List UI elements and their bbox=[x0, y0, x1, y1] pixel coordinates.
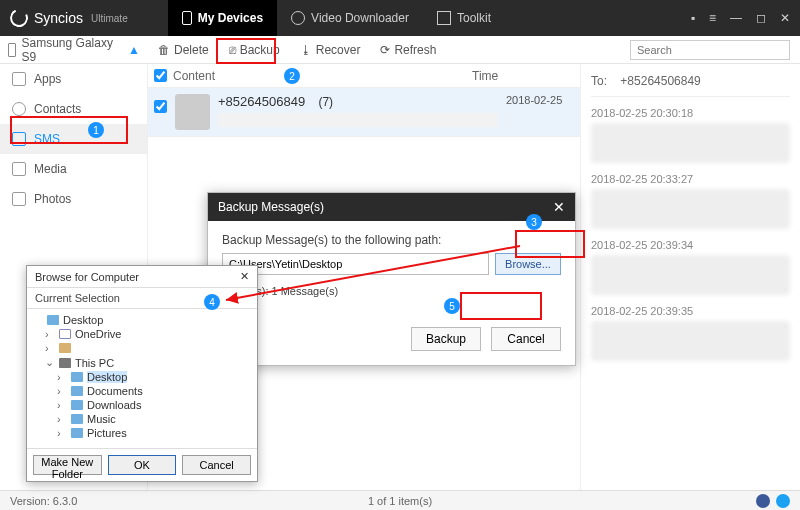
dialog-title: Backup Message(s) bbox=[218, 200, 324, 214]
make-new-folder-button[interactable]: Make New Folder bbox=[33, 455, 102, 475]
user-icon bbox=[59, 343, 71, 353]
media-icon bbox=[12, 162, 26, 176]
delete-button[interactable]: 🗑 Delete bbox=[148, 36, 219, 63]
browse-title-bar: Browse for Computer ✕ bbox=[27, 266, 257, 288]
recover-button[interactable]: ⭳ Recover bbox=[290, 36, 371, 63]
app-edition: Ultimate bbox=[91, 13, 128, 24]
chevron-up-icon: ▲ bbox=[128, 43, 140, 57]
folder-icon bbox=[71, 386, 83, 396]
tab-my-devices-label: My Devices bbox=[198, 11, 263, 25]
refresh-icon: ⟳ bbox=[380, 43, 390, 57]
tab-video-dl-label: Video Downloader bbox=[311, 11, 409, 25]
backup-path-input[interactable] bbox=[222, 253, 489, 275]
msg-time: 2018-02-25 20:30:18 bbox=[591, 107, 790, 119]
dialog-cancel-button[interactable]: Cancel bbox=[491, 327, 561, 351]
apps-icon bbox=[12, 72, 26, 86]
msg-bubble bbox=[591, 189, 790, 229]
brand: Syncios Ultimate bbox=[10, 9, 128, 27]
list-header: Content Time bbox=[148, 64, 580, 88]
col-content: Content bbox=[173, 69, 215, 83]
refresh-button[interactable]: ⟳ Refresh bbox=[370, 36, 446, 63]
maximize-icon[interactable]: ◻ bbox=[756, 11, 766, 25]
search-input[interactable] bbox=[630, 40, 790, 60]
browse-title: Browse for Computer bbox=[35, 271, 139, 283]
search-wrap bbox=[630, 40, 790, 60]
device-name: Samsung Galaxy S9 bbox=[22, 36, 123, 64]
recover-icon: ⭳ bbox=[300, 43, 312, 57]
browse-close-icon[interactable]: ✕ bbox=[240, 270, 249, 283]
avatar-icon bbox=[175, 94, 210, 130]
device-phone-icon bbox=[8, 43, 16, 57]
dialog-title-bar: Backup Message(s) ✕ bbox=[208, 193, 575, 221]
device-toolbar-row: Samsung Galaxy S9 ▲ 🗑 Delete ⎚ Backup ⭳ … bbox=[0, 36, 800, 64]
tab-my-devices[interactable]: My Devices bbox=[168, 0, 277, 36]
tree-item[interactable]: Desktop bbox=[63, 314, 103, 326]
dialog-prompt: Backup Message(s) to the following path: bbox=[222, 233, 561, 247]
sms-icon bbox=[12, 132, 26, 146]
dialog-close-icon[interactable]: ✕ bbox=[553, 199, 565, 215]
twitter-icon[interactable] bbox=[776, 494, 790, 508]
message-item: 2018-02-25 20:30:18 bbox=[591, 107, 790, 163]
select-all-checkbox[interactable] bbox=[154, 69, 167, 82]
menu-icon[interactable]: ≡ bbox=[709, 11, 716, 25]
browse-subtitle: Current Selection bbox=[27, 288, 257, 309]
row-checkbox[interactable] bbox=[154, 100, 167, 113]
tree-item[interactable]: This PC bbox=[75, 357, 114, 369]
col-time: Time bbox=[472, 69, 580, 83]
brand-logo-icon bbox=[7, 6, 30, 29]
delete-label: Delete bbox=[174, 43, 209, 57]
tree-item[interactable]: Downloads bbox=[87, 399, 141, 411]
folder-icon bbox=[71, 400, 83, 410]
msg-time: 2018-02-25 20:33:27 bbox=[591, 173, 790, 185]
tree-item[interactable]: Documents bbox=[87, 385, 143, 397]
minimize-icon[interactable]: — bbox=[730, 11, 742, 25]
backup-button[interactable]: ⎚ Backup bbox=[219, 36, 290, 63]
msg-bubble bbox=[591, 255, 790, 295]
conv-count: (7) bbox=[318, 95, 333, 109]
sidebar-item-media[interactable]: Media bbox=[0, 154, 147, 184]
to-line: To: +85264506849 bbox=[591, 70, 790, 97]
version-label: Version: 6.3.0 bbox=[10, 495, 77, 507]
folder-tree[interactable]: Desktop ›OneDrive › ⌄This PC ›Desktop ›D… bbox=[27, 309, 257, 448]
tree-item[interactable]: OneDrive bbox=[75, 328, 121, 340]
pc-icon bbox=[59, 358, 71, 368]
tree-item[interactable]: Pictures bbox=[87, 427, 127, 439]
media-label: Media bbox=[34, 162, 67, 176]
sidebar-item-contacts[interactable]: Contacts bbox=[0, 94, 147, 124]
folder-icon bbox=[71, 428, 83, 438]
message-item: 2018-02-25 20:39:34 bbox=[591, 239, 790, 295]
sidebar-item-sms[interactable]: SMS bbox=[0, 124, 147, 154]
dialog-backup-button[interactable]: Backup bbox=[411, 327, 481, 351]
phone-icon bbox=[182, 11, 192, 25]
tab-toolkit[interactable]: Toolkit bbox=[423, 0, 505, 36]
conversation-row[interactable]: +85264506849 (7) 2018-02-25 bbox=[148, 88, 580, 137]
browse-button[interactable]: Browse... bbox=[495, 253, 561, 275]
status-bar: Version: 6.3.0 1 of 1 item(s) bbox=[0, 490, 800, 510]
message-item: 2018-02-25 20:39:35 bbox=[591, 305, 790, 361]
device-selector[interactable]: Samsung Galaxy S9 ▲ bbox=[0, 36, 148, 64]
message-icon[interactable]: ▪ bbox=[691, 11, 695, 25]
sms-label: SMS bbox=[34, 132, 60, 146]
conv-number: +85264506849 bbox=[218, 94, 305, 109]
close-icon[interactable]: ✕ bbox=[780, 11, 790, 25]
app-name: Syncios bbox=[34, 10, 83, 26]
backup-icon: ⎚ bbox=[229, 43, 236, 57]
folder-icon bbox=[71, 372, 83, 382]
folder-icon bbox=[47, 315, 59, 325]
browse-ok-button[interactable]: OK bbox=[108, 455, 177, 475]
tree-item[interactable]: Music bbox=[87, 413, 116, 425]
browse-cancel-button[interactable]: Cancel bbox=[182, 455, 251, 475]
tree-item-selected[interactable]: Desktop bbox=[87, 371, 127, 383]
refresh-label: Refresh bbox=[394, 43, 436, 57]
message-item: 2018-02-25 20:33:27 bbox=[591, 173, 790, 229]
browse-dialog: Browse for Computer ✕ Current Selection … bbox=[26, 265, 258, 482]
apps-label: Apps bbox=[34, 72, 61, 86]
backup-label: Backup bbox=[240, 43, 280, 57]
facebook-icon[interactable] bbox=[756, 494, 770, 508]
sidebar-item-photos[interactable]: Photos bbox=[0, 184, 147, 214]
trash-icon: 🗑 bbox=[158, 43, 170, 57]
conv-preview bbox=[218, 113, 498, 127]
msg-time: 2018-02-25 20:39:35 bbox=[591, 305, 790, 317]
sidebar-item-apps[interactable]: Apps bbox=[0, 64, 147, 94]
tab-video-downloader[interactable]: Video Downloader bbox=[277, 0, 423, 36]
